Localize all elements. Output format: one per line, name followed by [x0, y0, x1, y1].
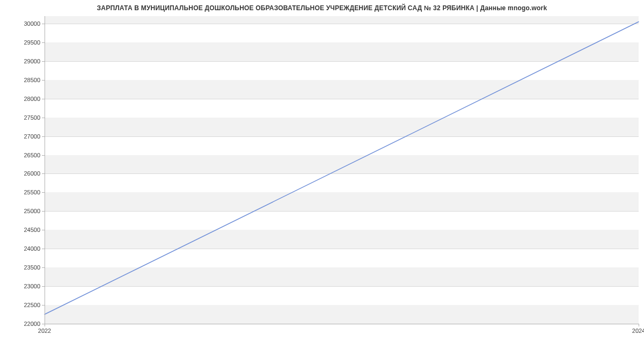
x-axis-line: [45, 324, 639, 324]
y-tick-label: 23000: [0, 283, 40, 289]
y-tick-label: 30000: [0, 20, 40, 27]
y-tick-label: 24000: [0, 245, 40, 252]
x-tick-label-2022: 2022: [38, 328, 51, 334]
y-tick-label: 27500: [0, 114, 40, 121]
y-tick-label: 27000: [0, 133, 40, 140]
plot-area: [45, 16, 639, 324]
y-tick-label: 29000: [0, 58, 40, 64]
chart-title: ЗАРПЛАТА В МУНИЦИПАЛЬНОЕ ДОШКОЛЬНОЕ ОБРА…: [0, 4, 644, 12]
y-tick-label: 28500: [0, 77, 40, 83]
y-tick-label: 25000: [0, 208, 40, 214]
y-axis-line: [45, 16, 45, 324]
y-tick-label: 28000: [0, 96, 40, 102]
x-tick-label-2024: 2024: [632, 328, 644, 334]
y-tick-label: 25500: [0, 189, 40, 195]
y-tick-label: 22000: [0, 321, 40, 327]
x-tick-2022: [45, 324, 45, 326]
y-tick-label: 26000: [0, 170, 40, 177]
y-tick-label: 24500: [0, 227, 40, 233]
line-series: [45, 16, 639, 324]
salary-line: [45, 21, 639, 314]
x-tick-2024: [639, 324, 639, 326]
salary-line-chart: ЗАРПЛАТА В МУНИЦИПАЛЬНОЕ ДОШКОЛЬНОЕ ОБРА…: [0, 0, 644, 349]
y-tick-label: 29500: [0, 39, 40, 46]
y-tick-label: 22500: [0, 302, 40, 308]
y-tick-label: 26500: [0, 152, 40, 158]
y-tick-label: 23500: [0, 264, 40, 271]
